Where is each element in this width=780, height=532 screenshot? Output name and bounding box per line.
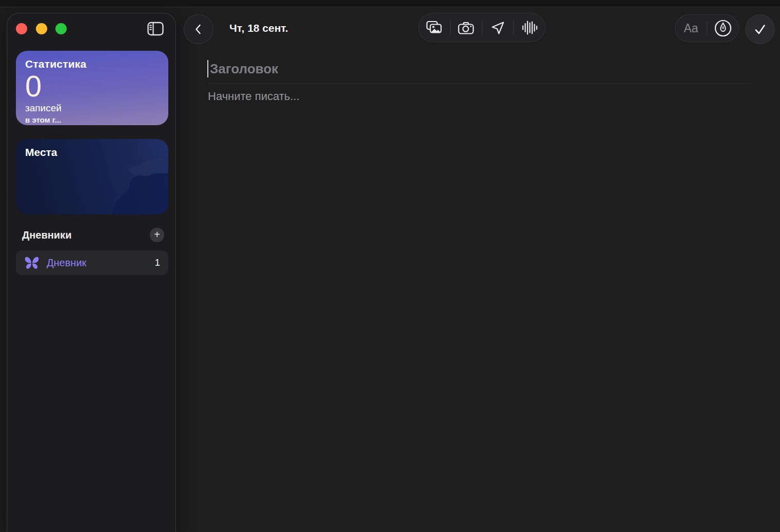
journal-app-window: { "window": { "controls": ["close", "min… — [0, 0, 780, 532]
close-window-button[interactable] — [16, 23, 27, 34]
fullscreen-window-button[interactable] — [55, 23, 67, 34]
add-journal-button[interactable]: + — [150, 228, 164, 242]
camera-icon — [457, 21, 475, 35]
add-location-button[interactable] — [482, 13, 514, 42]
sidebar-toggle-icon — [147, 22, 164, 36]
statistics-period: в этом г... — [25, 115, 159, 124]
location-arrow-icon — [490, 20, 505, 35]
title-body-divider — [208, 83, 751, 84]
journal-name: Дневник — [47, 257, 154, 269]
back-button[interactable] — [184, 14, 213, 44]
pen-circle-icon — [714, 19, 732, 37]
statistics-title: Статистика — [25, 58, 159, 70]
sidebar: Статистика 0 записей в этом г... Места Д… — [7, 13, 176, 532]
journal-entry-count: 1 — [154, 257, 160, 268]
entry-title-input[interactable]: Заголовок — [210, 61, 278, 77]
entry-date-title: Чт, 18 сент. — [229, 22, 288, 34]
done-button[interactable] — [745, 14, 775, 44]
minimize-window-button[interactable] — [36, 23, 47, 34]
attachment-toolbar — [418, 13, 545, 42]
text-format-button[interactable]: Aa — [675, 15, 707, 42]
chevron-left-icon — [191, 22, 206, 36]
statistics-card[interactable]: Статистика 0 записей в этом г... — [16, 51, 168, 125]
window-top-gap — [0, 0, 780, 7]
statistics-count: 0 — [25, 71, 159, 101]
text-format-label: Aa — [684, 22, 698, 35]
places-title: Места — [25, 146, 159, 159]
take-photo-button[interactable] — [451, 13, 482, 42]
places-card[interactable]: Места — [16, 139, 168, 214]
formatting-toolbar: Aa — [675, 14, 739, 42]
text-cursor — [207, 60, 208, 77]
butterfly-icon — [24, 255, 40, 270]
toggle-sidebar-button[interactable] — [147, 21, 164, 36]
checkmark-icon — [752, 22, 768, 37]
entry-body-input[interactable]: Начните писать... — [208, 90, 300, 103]
window-top-edge — [0, 7, 780, 7]
audio-waveform-icon — [521, 20, 538, 35]
record-audio-button[interactable] — [514, 13, 545, 42]
statistics-unit: записей — [25, 103, 159, 114]
photos-icon — [425, 20, 443, 35]
markup-button[interactable] — [707, 15, 738, 42]
sidebar-item-journal[interactable]: Дневник 1 — [16, 250, 168, 275]
journals-section-header: Дневники — [22, 229, 71, 241]
insert-photo-button[interactable] — [419, 13, 450, 42]
